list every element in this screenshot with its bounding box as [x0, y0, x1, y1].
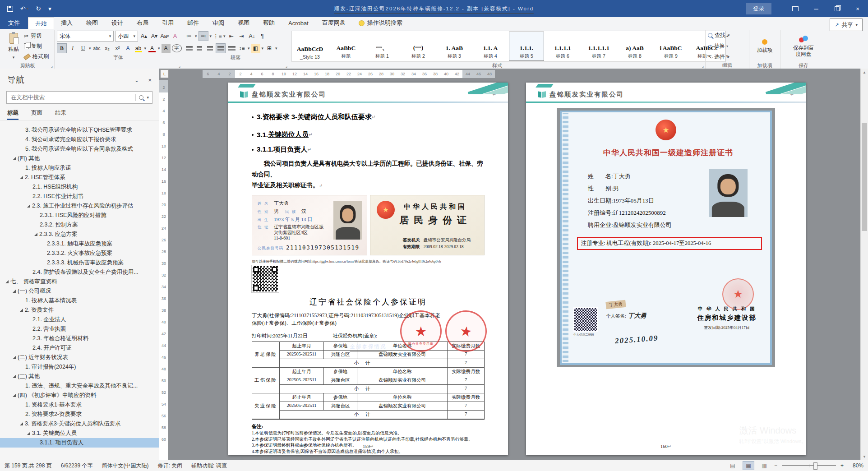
ribbon-tab[interactable]: Acrobat: [282, 17, 315, 29]
nav-heading-item[interactable]: 2.3. 年检合格证明材料: [0, 334, 159, 343]
font-size-select[interactable]: 小四▾: [115, 31, 138, 42]
bullets-button[interactable]: ≔: [185, 32, 194, 41]
character-shading-button[interactable]: A: [162, 44, 171, 53]
search-icon[interactable]: [139, 95, 143, 100]
ribbon-tab[interactable]: 布局: [130, 17, 155, 29]
nav-heading-item[interactable]: 2.4. 开户许可证: [0, 343, 159, 353]
nav-heading-item[interactable]: 2. 资格要求2-资质要求: [0, 410, 159, 419]
subscript-button[interactable]: x₂: [103, 44, 112, 53]
nav-heading-item[interactable]: 3.1. 关键岗位人员: [0, 429, 159, 438]
style-item[interactable]: AaBbCcD _Style 13: [292, 32, 328, 61]
share-button[interactable]: ↗ 共享 ▾: [830, 18, 863, 31]
nav-heading-item[interactable]: 2.1. 企业法人: [0, 315, 159, 324]
increase-indent-button[interactable]: ⇥: [237, 32, 246, 41]
close-button[interactable]: ×: [847, 0, 868, 17]
expand-arrow-icon[interactable]: [13, 290, 16, 293]
style-item[interactable]: i AaBbC 标题 9: [653, 32, 688, 61]
expand-arrow-icon[interactable]: [20, 422, 23, 425]
style-item[interactable]: (一) 标题 2: [401, 32, 436, 61]
ribbon-tab[interactable]: 引用: [155, 17, 180, 29]
style-item[interactable]: 1.1.1.1 标题 6: [545, 32, 580, 61]
nav-heading-item[interactable]: 1. 投标人基本情况表: [0, 296, 159, 305]
nav-heading-item[interactable]: 1. 审计报告(2024年): [0, 362, 159, 372]
language-indicator[interactable]: 简体中文(中国大陆): [102, 462, 148, 470]
web-layout-icon[interactable]: ▥: [759, 462, 770, 470]
nav-tab[interactable]: 标题: [7, 109, 18, 120]
expand-arrow-icon[interactable]: [5, 280, 9, 283]
nav-heading-item[interactable]: 2.3.3. 应急方案: [0, 230, 159, 239]
expand-arrow-icon[interactable]: [20, 309, 23, 312]
grow-font-button[interactable]: A▴: [139, 32, 148, 41]
sort-button[interactable]: A↓: [248, 32, 257, 41]
save-icon[interactable]: [7, 6, 13, 12]
nav-search-box[interactable]: ▾: [6, 91, 152, 104]
ribbon-tab[interactable]: 视图: [231, 17, 256, 29]
font-dialog-launcher-icon[interactable]: ⌟: [179, 64, 180, 68]
nav-heading-item[interactable]: 1. 违法、违规、重大安全事故及其他不良记...: [0, 381, 159, 391]
font-family-select[interactable]: 宋体▾: [57, 31, 114, 42]
font-color-button[interactable]: A: [148, 44, 157, 53]
align-right-button[interactable]: [205, 44, 214, 53]
scroll-down-icon[interactable]: ▼: [861, 453, 868, 460]
expand-arrow-icon[interactable]: [13, 394, 16, 397]
align-center-button[interactable]: [195, 44, 204, 53]
search-dropdown-icon[interactable]: ▾: [147, 95, 149, 100]
numbering-button[interactable]: ≕: [199, 31, 208, 41]
ribbon-tab[interactable]: 设计: [105, 17, 130, 29]
ribbon-display-options-icon[interactable]: [785, 0, 806, 17]
horizontal-ruler[interactable]: 642 246810121416182022242628303234363840…: [203, 70, 495, 78]
nav-heading-item[interactable]: 2.3.3.3. 机械伤害事故应急预案: [0, 258, 159, 268]
redo-icon[interactable]: ↻: [36, 5, 41, 12]
expand-arrow-icon[interactable]: [13, 356, 16, 359]
nav-heading-item[interactable]: 3.1.1. 项目负责人: [0, 438, 159, 448]
clipboard-dialog-launcher-icon[interactable]: ⌟: [51, 64, 53, 68]
underline-button[interactable]: U: [78, 44, 88, 53]
format-painter-button[interactable]: 格式刷: [24, 52, 49, 61]
expand-arrow-icon[interactable]: [20, 176, 23, 179]
nav-heading-item[interactable]: 2.1. HSE组织机构: [0, 182, 159, 192]
word-count[interactable]: 6/62239 个字: [61, 462, 93, 470]
style-item[interactable]: 一、 标题 1: [365, 32, 400, 61]
expand-arrow-icon[interactable]: [34, 233, 37, 236]
multilevel-list-button[interactable]: ⋮≡: [213, 32, 222, 41]
italic-button[interactable]: I: [68, 44, 77, 53]
page-indicator[interactable]: 第 159 页,共 298 页: [5, 462, 52, 470]
paragraph-dialog-launcher-icon[interactable]: ⌟: [286, 64, 287, 68]
nav-heading-item[interactable]: 2.3.2. 控制方案: [0, 220, 159, 230]
style-item[interactable]: a) AaB 标题 8: [617, 32, 652, 61]
ribbon-tab[interactable]: 文件: [0, 17, 28, 29]
nav-heading-item[interactable]: 4. 我公司承诺完全响应以下报价要求: [0, 135, 159, 144]
expand-arrow-icon[interactable]: [13, 375, 16, 378]
ribbon-tab[interactable]: 绘图: [79, 17, 105, 29]
expand-arrow-icon[interactable]: [27, 432, 30, 435]
align-left-button[interactable]: [185, 44, 194, 53]
nav-options-chevron-icon[interactable]: ⌄: [134, 77, 139, 83]
addins-button[interactable]: 加载项: [754, 39, 776, 53]
enclose-characters-button[interactable]: 字: [172, 44, 182, 52]
nav-heading-item[interactable]: 2.2. 营业执照: [0, 324, 159, 334]
distribute-button[interactable]: [227, 44, 236, 53]
nav-heading-item[interactable]: 2.4. 防护设备设施以及安全生产费用使用...: [0, 268, 159, 277]
nav-heading-item[interactable]: 5. 我公司承诺完全响应以下合同条款及格式: [0, 144, 159, 154]
nav-close-icon[interactable]: ×: [148, 77, 152, 83]
page-160[interactable]: 盘锦顺发实业有限公司 中华人民共和国一级建造师注册证书 姓 名:丁大勇性 别:男…: [526, 83, 806, 455]
scrollbar-thumb[interactable]: [862, 123, 867, 231]
select-button[interactable]: ↖选择▾: [708, 52, 747, 61]
decrease-indent-button[interactable]: ⇤: [227, 32, 236, 41]
justify-button[interactable]: [216, 43, 226, 53]
find-button[interactable]: 查找▾: [708, 31, 747, 40]
borders-button[interactable]: ⊞: [265, 44, 274, 53]
ribbon-tab[interactable]: 百度网盘: [315, 17, 352, 29]
nav-heading-item[interactable]: (四) 其他: [0, 154, 159, 163]
tell-me-search[interactable]: 操作说明搜索: [359, 17, 402, 29]
save-to-baidu-button[interactable]: 保存到百度网盘: [789, 36, 818, 57]
nav-heading-item[interactable]: (二) 近年财务状况表: [0, 353, 159, 362]
nav-tab[interactable]: 页面: [31, 109, 42, 120]
track-changes-indicator[interactable]: 修订: 关闭: [157, 462, 182, 470]
change-case-button[interactable]: Aa▾: [160, 32, 169, 41]
expand-arrow-icon[interactable]: [27, 204, 30, 208]
highlight-color-button[interactable]: ab: [134, 44, 143, 53]
nav-heading-item[interactable]: (三) 其他: [0, 372, 159, 381]
zoom-slider[interactable]: [782, 465, 836, 466]
zoom-out-icon[interactable]: −: [774, 462, 777, 469]
